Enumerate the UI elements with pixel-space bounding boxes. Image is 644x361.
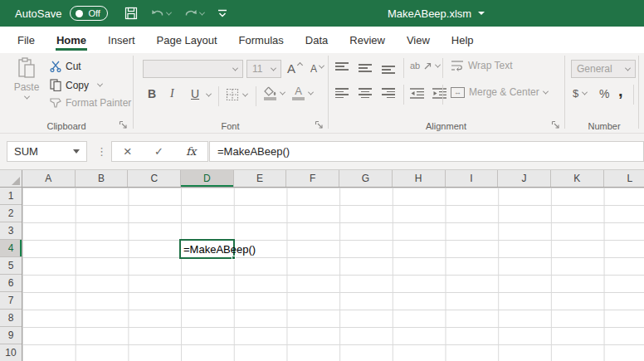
column-header-e[interactable]: E	[234, 170, 287, 187]
italic-button[interactable]: I	[170, 87, 174, 100]
row-header-7[interactable]: 7	[0, 292, 22, 310]
font-name-select[interactable]	[143, 60, 243, 78]
borders-button[interactable]	[226, 88, 247, 101]
copy-button[interactable]: Copy	[50, 79, 102, 91]
merge-center-icon: ↔	[451, 87, 465, 98]
undo-dropdown-icon[interactable]	[166, 9, 172, 15]
underline-button[interactable]: U	[191, 87, 199, 100]
row-headers: 1 2 3 4 5 6 7 8 9 10	[0, 188, 22, 361]
wrap-text-button[interactable]: Wrap Text	[451, 60, 513, 71]
tab-data[interactable]: Data	[295, 27, 339, 53]
row-header-2[interactable]: 2	[0, 205, 22, 222]
group-separator	[564, 56, 565, 129]
document-title[interactable]: MakeABeep.xlsm	[388, 0, 485, 27]
active-cell-d4[interactable]: =MakeABeep()	[179, 239, 235, 259]
insert-function-button[interactable]: fx	[186, 145, 196, 158]
customize-quick-access-button[interactable]	[217, 9, 227, 18]
column-header-i[interactable]: I	[446, 170, 499, 187]
tab-page-layout[interactable]: Page Layout	[146, 27, 228, 53]
alignment-dialog-launcher-icon[interactable]	[551, 120, 560, 129]
row-header-6[interactable]: 6	[0, 275, 22, 292]
cut-button[interactable]: Cut	[50, 61, 81, 72]
tab-formulas[interactable]: Formulas	[228, 27, 295, 53]
align-left-button[interactable]	[335, 87, 349, 99]
clipboard-dialog-launcher-icon[interactable]	[119, 120, 128, 129]
paste-dropdown-icon[interactable]	[23, 94, 29, 100]
font-color-button[interactable]: A	[292, 86, 313, 100]
excel-window: AutoSave Off MakeABeep.xlsm File Home In…	[0, 0, 644, 361]
grow-font-button[interactable]: A	[287, 61, 302, 76]
align-center-button[interactable]	[359, 87, 372, 99]
fill-color-dropdown-icon[interactable]	[280, 89, 285, 95]
toggle-knob-icon	[76, 10, 83, 17]
font-color-dropdown-icon[interactable]	[308, 89, 314, 95]
formula-input[interactable]: =MakeABeep()	[209, 141, 644, 162]
grid-cells[interactable]	[22, 188, 644, 361]
merge-center-button[interactable]: ↔ Merge & Center	[451, 86, 548, 98]
formula-bar-buttons: × ✓ fx	[111, 141, 208, 162]
tab-home[interactable]: Home	[46, 27, 97, 53]
fill-color-button[interactable]	[264, 86, 285, 100]
column-header-b[interactable]: B	[76, 170, 129, 187]
accounting-dropdown-icon[interactable]	[582, 90, 588, 95]
select-all-corner[interactable]	[0, 170, 22, 188]
align-right-button[interactable]	[382, 87, 395, 99]
bold-button[interactable]: B	[148, 87, 156, 100]
shrink-font-button[interactable]: A	[310, 63, 324, 75]
font-size-select[interactable]: 11	[246, 60, 281, 78]
name-box-dropdown-icon[interactable]	[73, 149, 80, 154]
tab-view[interactable]: View	[396, 27, 441, 53]
font-dialog-launcher-icon[interactable]	[315, 120, 324, 129]
merge-center-dropdown-icon[interactable]	[543, 88, 549, 94]
paste-button[interactable]: Paste	[8, 57, 45, 100]
row-header-5[interactable]: 5	[0, 257, 22, 275]
copy-dropdown-icon[interactable]	[97, 81, 103, 87]
column-header-d-selected[interactable]: D	[181, 170, 234, 187]
name-box[interactable]: SUM	[7, 141, 87, 162]
row-header-10[interactable]: 10	[0, 344, 22, 361]
column-header-g[interactable]: G	[339, 170, 393, 187]
cancel-button[interactable]: ×	[124, 144, 132, 160]
bold-label: B	[148, 87, 156, 100]
redo-button[interactable]	[184, 8, 204, 19]
column-header-k[interactable]: K	[551, 170, 604, 187]
orientation-dropdown-icon[interactable]	[435, 61, 441, 67]
row-header-4-selected[interactable]: 4	[0, 240, 22, 257]
tab-insert[interactable]: Insert	[97, 27, 146, 53]
group-separator	[328, 56, 329, 129]
percent-style-button[interactable]: %	[599, 87, 609, 100]
decrease-indent-button[interactable]	[410, 88, 424, 99]
undo-button[interactable]	[151, 8, 171, 19]
row-header-1[interactable]: 1	[0, 188, 22, 205]
increase-indent-button[interactable]	[432, 88, 446, 99]
orientation-button[interactable]: ab	[410, 61, 440, 71]
row-header-3[interactable]: 3	[0, 222, 22, 240]
column-header-j[interactable]: J	[498, 170, 551, 187]
comma-style-button[interactable]: ,	[618, 81, 623, 100]
redo-dropdown-icon[interactable]	[199, 9, 205, 15]
align-middle-button[interactable]	[359, 61, 372, 75]
number-format-select[interactable]: General	[571, 60, 636, 78]
column-header-l[interactable]: L	[604, 170, 644, 187]
tab-file[interactable]: File	[7, 27, 46, 53]
column-header-c[interactable]: C	[128, 170, 181, 187]
shrink-font-down-icon	[319, 62, 324, 68]
format-painter-button[interactable]: Format Painter	[50, 97, 131, 109]
borders-dropdown-icon[interactable]	[242, 90, 248, 96]
enter-button[interactable]: ✓	[154, 145, 163, 158]
column-header-f[interactable]: F	[286, 170, 339, 187]
accounting-format-button[interactable]: $	[573, 87, 587, 100]
tab-review[interactable]: Review	[339, 27, 396, 53]
row-header-8[interactable]: 8	[0, 310, 22, 327]
save-button[interactable]	[124, 7, 138, 20]
tab-help[interactable]: Help	[441, 27, 485, 53]
underline-dropdown-icon[interactable]	[206, 91, 212, 97]
formula-bar-divider[interactable]: ⋮	[96, 141, 107, 162]
fill-handle[interactable]	[232, 256, 236, 260]
autosave-toggle[interactable]: Off	[70, 6, 107, 21]
column-header-a[interactable]: A	[22, 170, 76, 187]
align-bottom-button[interactable]	[382, 63, 395, 76]
row-header-9[interactable]: 9	[0, 327, 22, 344]
column-header-h[interactable]: H	[393, 170, 446, 187]
align-top-button[interactable]	[335, 60, 349, 73]
